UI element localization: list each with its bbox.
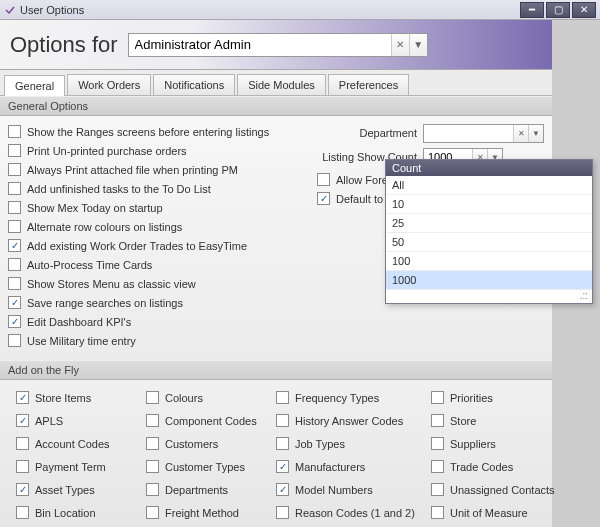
department-combo[interactable]: ✕ ▼ (423, 124, 544, 143)
checkbox[interactable] (8, 277, 21, 290)
checkbox-label: Job Types (295, 438, 345, 450)
addfly-item: Freight Method (146, 503, 276, 522)
addfly-item: Payment Term (16, 457, 146, 476)
checkbox[interactable] (8, 163, 21, 176)
checkbox[interactable] (8, 239, 21, 252)
checkbox[interactable] (276, 437, 289, 450)
tab-notifications[interactable]: Notifications (153, 74, 235, 95)
addfly-item: Unassigned Contacts (431, 480, 571, 499)
allow-foreign-checkbox[interactable] (317, 173, 330, 186)
option-row: Alternate row colours on listings (8, 217, 309, 236)
clear-icon[interactable]: ✕ (513, 125, 528, 142)
checkbox[interactable] (16, 391, 29, 404)
checkbox[interactable] (431, 437, 444, 450)
option-row: Always Print attached file when printing… (8, 160, 309, 179)
section-general-options: General Options (0, 96, 552, 116)
checkbox[interactable] (16, 437, 29, 450)
checkbox-label: Store (450, 415, 476, 427)
checkbox-label: Bin Location (35, 507, 96, 519)
checkbox[interactable] (16, 483, 29, 496)
tab-general[interactable]: General (4, 75, 65, 96)
checkbox[interactable] (146, 391, 159, 404)
checkbox-label: Alternate row colours on listings (27, 221, 182, 233)
checkbox[interactable] (8, 296, 21, 309)
checkbox[interactable] (431, 460, 444, 473)
general-left-column: Show the Ranges screens before entering … (8, 122, 309, 350)
checkbox-label: Reason Codes (1 and 2) (295, 507, 415, 519)
department-input[interactable] (424, 125, 513, 142)
checkbox-label: Save range searches on listings (27, 297, 183, 309)
checkbox[interactable] (146, 437, 159, 450)
addfly-item: Account Codes (16, 434, 146, 453)
dropdown-item[interactable]: All (386, 176, 592, 195)
dropdown-item[interactable]: 100 (386, 252, 592, 271)
maximize-button[interactable]: ▢ (546, 2, 570, 18)
dropdown-header: Count (386, 160, 592, 176)
addfly-item: Trade Codes (431, 457, 571, 476)
checkbox[interactable] (8, 182, 21, 195)
checkbox[interactable] (8, 334, 21, 347)
option-row: Add existing Work Order Trades to EasyTi… (8, 236, 309, 255)
checkbox[interactable] (16, 460, 29, 473)
addfly-item: Frequency Types (276, 388, 431, 407)
section-add-on-fly: Add on the Fly (0, 360, 552, 380)
addfly-item: Asset Types (16, 480, 146, 499)
checkbox[interactable] (8, 125, 21, 138)
checkbox[interactable] (8, 220, 21, 233)
checkbox[interactable] (146, 414, 159, 427)
checkbox[interactable] (431, 414, 444, 427)
tab-preferences[interactable]: Preferences (328, 74, 409, 95)
addfly-item: Store (431, 411, 571, 430)
checkbox-label: Edit Dashboard KPI's (27, 316, 131, 328)
user-combo[interactable]: ✕ ▼ (128, 33, 428, 57)
checkbox[interactable] (431, 483, 444, 496)
listing-count-dropdown[interactable]: Count All1025501001000 .:: (385, 159, 593, 304)
checkbox[interactable] (146, 506, 159, 519)
clear-icon[interactable]: ✕ (391, 34, 409, 56)
title-bar: User Options ━ ▢ ✕ (0, 0, 600, 20)
checkbox[interactable] (16, 414, 29, 427)
checkbox[interactable] (146, 483, 159, 496)
checkbox[interactable] (276, 460, 289, 473)
dropdown-item[interactable]: 1000 (386, 271, 592, 290)
checkbox[interactable] (276, 506, 289, 519)
checkbox[interactable] (8, 258, 21, 271)
checkbox[interactable] (8, 144, 21, 157)
checkbox-label: Store Items (35, 392, 91, 404)
addfly-item: Priorities (431, 388, 571, 407)
checkbox[interactable] (16, 506, 29, 519)
tab-work-orders[interactable]: Work Orders (67, 74, 151, 95)
checkbox[interactable] (431, 506, 444, 519)
chevron-down-icon[interactable]: ▼ (528, 125, 543, 142)
tab-side-modules[interactable]: Side Modules (237, 74, 326, 95)
addfly-item: APLS (16, 411, 146, 430)
chevron-down-icon[interactable]: ▼ (409, 34, 427, 56)
checkbox[interactable] (276, 414, 289, 427)
option-row: Show Mex Today on startup (8, 198, 309, 217)
dropdown-item[interactable]: 10 (386, 195, 592, 214)
dropdown-item[interactable]: 25 (386, 214, 592, 233)
checkbox[interactable] (276, 391, 289, 404)
checkbox-label: Show Mex Today on startup (27, 202, 163, 214)
user-input[interactable] (129, 34, 391, 56)
checkbox[interactable] (431, 391, 444, 404)
checkbox-label: Auto-Process Time Cards (27, 259, 152, 271)
option-row: Show Stores Menu as classic view (8, 274, 309, 293)
resize-grip-icon[interactable]: .:: (386, 290, 592, 303)
addfly-item: Suppliers (431, 434, 571, 453)
checkbox[interactable] (8, 201, 21, 214)
addfly-item: Bin Location (16, 503, 146, 522)
checkbox[interactable] (146, 460, 159, 473)
minimize-button[interactable]: ━ (520, 2, 544, 18)
addfly-item: Customer Types (146, 457, 276, 476)
addfly-item: Job Types (276, 434, 431, 453)
default-fullscreen-checkbox[interactable] (317, 192, 330, 205)
dropdown-item[interactable]: 50 (386, 233, 592, 252)
close-button[interactable]: ✕ (572, 2, 596, 18)
addfly-item: Colours (146, 388, 276, 407)
add-on-fly-body: Store ItemsColoursFrequency TypesPriorit… (0, 380, 552, 527)
addfly-item: Departments (146, 480, 276, 499)
checkbox[interactable] (276, 483, 289, 496)
checkbox[interactable] (8, 315, 21, 328)
checkbox-label: Show Stores Menu as classic view (27, 278, 196, 290)
